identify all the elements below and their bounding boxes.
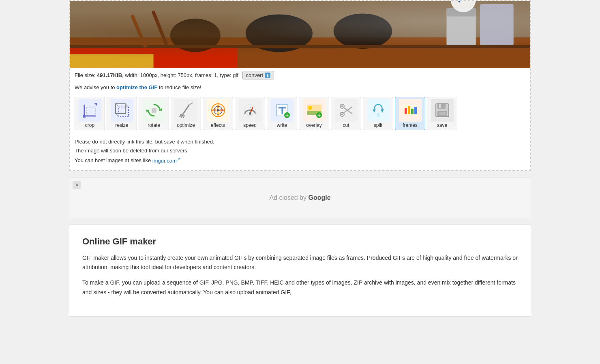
tool-resize[interactable]: resize	[107, 97, 137, 130]
tool-save[interactable]: save	[427, 97, 457, 130]
svg-marker-65	[381, 109, 384, 113]
save-icon	[431, 99, 454, 122]
svg-rect-3	[70, 54, 154, 68]
svg-rect-68	[405, 108, 407, 114]
page-wrapper: ✓ File size: 491.17KiB, width: 1000px, h…	[0, 0, 600, 317]
svg-rect-17	[87, 107, 96, 116]
svg-point-61	[341, 105, 343, 107]
tool-crop[interactable]: crop	[75, 97, 105, 130]
ad-section: ✕ Ad closed by Google	[69, 178, 531, 218]
svg-rect-9	[480, 4, 514, 46]
svg-marker-64	[373, 109, 376, 113]
split-icon	[367, 99, 390, 122]
gif-maker-paragraph2: To make a GIF, you can upload a sequence…	[82, 278, 518, 298]
convert-button[interactable]: convert ⬇	[242, 71, 274, 79]
svg-marker-18	[94, 103, 97, 106]
crop-svg	[81, 101, 99, 119]
effects-svg	[209, 101, 227, 119]
write-icon	[271, 99, 294, 122]
svg-point-4	[170, 19, 221, 52]
speed-svg	[241, 101, 259, 119]
file-info-suffix: , width: 1000px, height: 750px, frames: …	[122, 72, 238, 78]
svg-point-10	[451, 1, 476, 12]
main-content-box: ✓ File size: 491.17KiB, width: 1000px, h…	[69, 0, 531, 171]
convert-label: convert	[246, 72, 264, 78]
tool-effects[interactable]: effects	[203, 97, 233, 130]
svg-rect-69	[408, 106, 410, 114]
svg-point-39	[249, 112, 251, 115]
tool-speed[interactable]: speed	[235, 97, 265, 130]
save-label: save	[437, 122, 447, 128]
svg-rect-0	[70, 1, 530, 68]
optimize-link[interactable]: optimize the GIF	[116, 84, 157, 90]
frames-icon	[399, 99, 422, 122]
notice-line3: You can host images at sites like imgur.…	[75, 155, 525, 165]
file-info-prefix: File size:	[75, 72, 97, 78]
download-arrow-icon: ⬇	[265, 73, 270, 78]
optimize-icon	[175, 99, 197, 122]
tools-row: crop resize	[70, 94, 530, 134]
notice-line2: The image will soon be deleted from our …	[75, 146, 525, 155]
cut-label: cut	[343, 122, 349, 128]
optimize-prefix: We advise you to	[75, 84, 116, 90]
svg-point-54	[308, 106, 312, 110]
gif-maker-title: Online GIF maker	[82, 236, 518, 247]
svg-line-22	[116, 104, 119, 107]
tool-split[interactable]: split	[363, 97, 393, 130]
overlay-svg	[305, 101, 323, 119]
svg-line-13	[133, 17, 145, 46]
crop-label: crop	[85, 122, 94, 128]
svg-line-23	[125, 104, 129, 107]
frames-label: frames	[403, 122, 418, 128]
svg-line-33	[189, 103, 193, 105]
gif-maker-section: Online GIF maker GIF maker allows you to…	[69, 225, 531, 317]
tool-cut[interactable]: cut	[331, 97, 361, 130]
file-size: 491.17KiB	[97, 72, 122, 78]
optimize-suffix: to reduce file size!	[157, 84, 201, 90]
imgur-link[interactable]: imgur.com↗	[152, 158, 180, 164]
resize-label: resize	[115, 122, 128, 128]
optimize-svg	[177, 101, 195, 119]
notice-line1: Please do not directly link this file, b…	[75, 137, 525, 146]
file-info-bar: File size: 491.17KiB, width: 1000px, hei…	[70, 68, 530, 83]
svg-rect-1	[70, 37, 530, 68]
svg-rect-74	[439, 104, 441, 108]
write-label: write	[277, 122, 287, 128]
resize-svg	[113, 101, 131, 119]
tool-overlay[interactable]: overlay	[299, 97, 329, 130]
svg-rect-27	[152, 108, 156, 113]
svg-text:✓: ✓	[457, 1, 464, 5]
speed-icon	[239, 99, 261, 122]
svg-rect-12	[70, 45, 530, 48]
tool-optimize[interactable]: optimize	[171, 97, 201, 130]
rotate-svg	[145, 101, 163, 119]
tool-frames[interactable]: frames	[395, 97, 425, 130]
notice-section: Please do not directly link this file, b…	[70, 134, 530, 170]
rotate-icon	[143, 99, 165, 122]
rotate-label: rotate	[148, 122, 160, 128]
svg-rect-76	[439, 112, 446, 115]
svg-rect-66	[377, 113, 380, 117]
svg-point-6	[334, 13, 392, 49]
svg-point-5	[246, 14, 313, 52]
frames-svg	[401, 101, 419, 119]
notice-line3-prefix: You can host images at sites like	[75, 158, 152, 164]
svg-rect-70	[411, 109, 414, 114]
svg-rect-73	[437, 104, 446, 109]
svg-point-59	[341, 113, 343, 115]
effects-label: effects	[211, 122, 225, 128]
overlay-icon	[303, 99, 326, 122]
external-link-icon: ↗	[177, 156, 180, 161]
ad-close-button[interactable]: ✕	[73, 181, 81, 189]
svg-line-28	[183, 105, 189, 114]
tool-write[interactable]: write	[267, 97, 297, 130]
tool-rotate[interactable]: rotate	[139, 97, 169, 130]
optimize-label: optimize	[177, 122, 195, 128]
overlay-label: overlay	[306, 122, 322, 128]
effects-icon	[207, 99, 229, 122]
cut-icon	[335, 99, 358, 122]
ad-google-logo: Google	[308, 194, 330, 201]
ad-closed-text: Ad closed by Google	[269, 194, 330, 201]
svg-line-14	[154, 12, 166, 43]
svg-rect-21	[119, 107, 129, 117]
